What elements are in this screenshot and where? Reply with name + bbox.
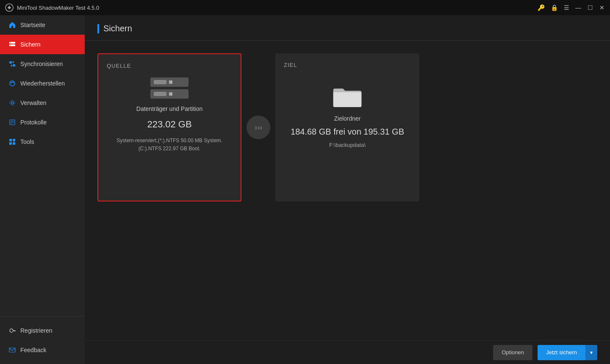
minimize-button[interactable]: — <box>575 5 581 11</box>
chevron-right-icon: ››› <box>255 123 262 132</box>
sidebar-item-sichern[interactable]: Sichern <box>0 35 85 54</box>
titlebar-left: MiniTool ShadowMaker Test 4.5.0 <box>5 3 99 12</box>
sidebar-item-feedback[interactable]: Feedback <box>0 340 85 360</box>
target-path: F:\backupdata\ <box>329 142 366 148</box>
logs-icon <box>8 119 16 126</box>
maximize-button[interactable]: ☐ <box>587 5 593 11</box>
target-section-label: ZIEL <box>284 62 297 68</box>
svg-rect-16 <box>9 142 12 145</box>
tools-icon <box>8 138 16 146</box>
sidebar-item-tools[interactable]: Tools <box>0 132 85 152</box>
restore-icon <box>8 80 16 87</box>
backup-dropdown-button[interactable]: ▾ <box>585 345 597 360</box>
svg-rect-4 <box>10 45 11 46</box>
sidebar-label-tools: Tools <box>20 138 34 145</box>
titlebar: MiniTool ShadowMaker Test 4.5.0 🔑 🔒 ☰ — … <box>0 0 610 15</box>
app-title: MiniTool ShadowMaker Test 4.5.0 <box>17 5 99 11</box>
sync-icon <box>8 60 16 68</box>
sidebar-label-protokolle: Protokolle <box>20 119 47 126</box>
backup-button-group: Jetzt sichern ▾ <box>538 345 597 360</box>
svg-rect-5 <box>9 61 12 63</box>
sidebar-label-verwalten: Verwalten <box>20 99 46 106</box>
manage-icon <box>8 99 16 107</box>
content-area: Sichern QUELLE Datenträger und Partition… <box>85 15 610 364</box>
titlebar-right: 🔑 🔒 ☰ — ☐ ✕ <box>538 4 605 11</box>
sidebar-label-feedback: Feedback <box>20 347 46 353</box>
svg-point-8 <box>11 102 14 104</box>
svg-rect-17 <box>13 142 15 145</box>
svg-rect-6 <box>13 64 15 66</box>
sidebar-label-synchronisieren: Synchronisieren <box>20 61 63 67</box>
source-type-label: Datenträger und Partition <box>136 105 202 112</box>
lock-icon[interactable]: 🔒 <box>551 4 558 11</box>
menu-icon[interactable]: ☰ <box>564 4 569 11</box>
target-card[interactable]: ZIEL Zielordner 184.68 GB frei von 195.3… <box>275 53 419 201</box>
svg-point-9 <box>10 100 15 105</box>
sidebar-item-startseite[interactable]: Startseite <box>0 15 85 35</box>
disk-slot-top <box>150 77 189 87</box>
mail-icon <box>8 346 16 354</box>
disk-slot-bottom <box>150 89 189 99</box>
sidebar-bottom: Registrieren Feedback <box>0 316 85 364</box>
options-button[interactable]: Optionen <box>493 345 532 360</box>
close-button[interactable]: ✕ <box>599 5 605 11</box>
app-logo-icon <box>5 3 14 12</box>
source-description: System-reserviert,(*:).NTFS 50.00 MB Sys… <box>116 137 222 153</box>
svg-rect-3 <box>10 43 11 43</box>
sidebar-label-registrieren: Registrieren <box>20 327 52 334</box>
svg-point-18 <box>10 329 13 332</box>
arrow-container: ››› <box>241 53 275 201</box>
sidebar: Startseite Sichern Synchronisieren Wiede… <box>0 15 85 364</box>
sidebar-item-synchronisieren[interactable]: Synchronisieren <box>0 54 85 74</box>
svg-point-7 <box>10 81 15 86</box>
target-dest-label: Zielordner <box>334 115 360 122</box>
backup-content: QUELLE Datenträger und Partition 223.02 … <box>85 41 610 340</box>
page-title: Sichern <box>103 24 132 33</box>
direction-arrow: ››› <box>247 116 270 139</box>
sidebar-item-wiederherstellen[interactable]: Wiederherstellen <box>0 74 85 93</box>
home-icon <box>8 21 16 29</box>
backup-button[interactable]: Jetzt sichern <box>538 345 585 360</box>
key-icon[interactable]: 🔑 <box>538 4 545 11</box>
source-size: 223.02 GB <box>147 119 191 130</box>
page-title-accent <box>97 24 99 33</box>
folder-icon <box>333 85 362 110</box>
svg-rect-15 <box>13 139 15 141</box>
sidebar-label-startseite: Startseite <box>20 22 45 28</box>
svg-rect-14 <box>9 139 12 141</box>
sidebar-label-wiederherstellen: Wiederherstellen <box>20 80 65 87</box>
page-header: Sichern <box>85 15 610 41</box>
sidebar-item-registrieren[interactable]: Registrieren <box>0 321 85 340</box>
disk-icon <box>150 77 189 99</box>
sidebar-label-sichern: Sichern <box>20 41 40 48</box>
backup-icon <box>8 41 16 48</box>
main-layout: Startseite Sichern Synchronisieren Wiede… <box>0 15 610 364</box>
chevron-down-icon: ▾ <box>590 350 593 356</box>
svg-rect-22 <box>9 348 15 352</box>
sidebar-item-protokolle[interactable]: Protokolle <box>0 113 85 132</box>
bottom-bar: Optionen Jetzt sichern ▾ <box>85 340 610 364</box>
source-section-label: QUELLE <box>107 63 131 69</box>
key-sidebar-icon <box>8 327 16 334</box>
source-card[interactable]: QUELLE Datenträger und Partition 223.02 … <box>97 53 241 201</box>
target-space: 184.68 GB frei von 195.31 GB <box>291 127 404 137</box>
sidebar-item-verwalten[interactable]: Verwalten <box>0 93 85 113</box>
